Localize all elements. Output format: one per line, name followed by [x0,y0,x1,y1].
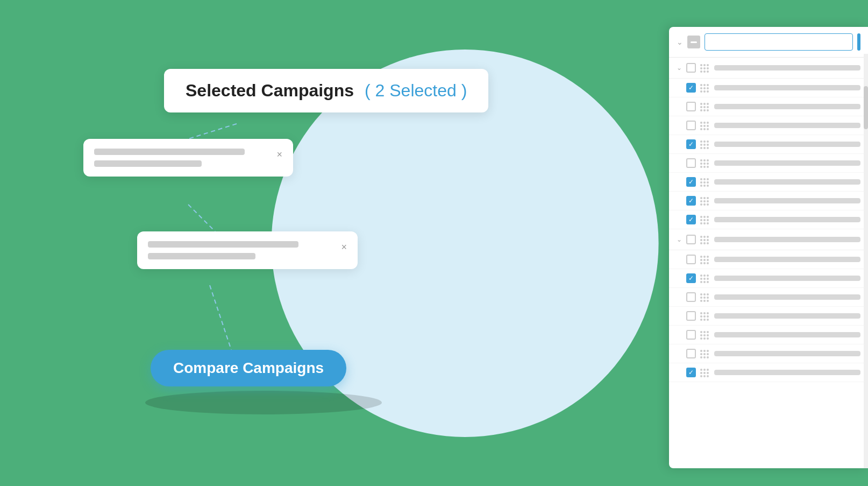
group-2-checkbox[interactable] [686,235,696,244]
row-text [714,313,860,319]
table-row [669,192,868,210]
card-1-line-2 [94,160,202,167]
card-2-close-button[interactable]: × [341,242,347,252]
svg-line-2 [210,285,231,350]
row-checkbox[interactable] [686,121,696,130]
row-checkbox[interactable] [686,158,696,168]
card-2-line-2 [148,253,255,259]
row-drag-icon [700,140,710,148]
row-drag-icon [700,197,710,205]
scrollbar-track [864,54,868,468]
table-row [669,135,868,154]
row-text [714,217,860,222]
row-text [714,257,860,262]
table-row [669,363,868,382]
card-1-line-1 [94,149,245,155]
svg-rect-4 [691,41,697,43]
group-1-header: ⌄ [669,58,868,79]
table-row [669,344,868,363]
card-2-line-1 [148,241,298,248]
row-checkbox[interactable] [686,177,696,187]
svg-line-1 [188,205,215,231]
row-text [714,85,860,90]
compare-campaigns-button[interactable]: Compare Campaigns [151,350,346,386]
row-text [714,142,860,147]
row-drag-icon [700,216,710,223]
row-text [714,160,860,166]
card-1-close-button[interactable]: × [276,150,282,159]
row-text [714,276,860,281]
table-row [669,116,868,135]
group-1-chevron-icon[interactable]: ⌄ [677,64,682,72]
panel-minus-icon[interactable] [687,36,700,48]
table-row [669,269,868,288]
row-checkbox[interactable] [686,368,696,377]
row-drag-icon [700,256,710,263]
card-1-lines [94,149,245,167]
row-checkbox[interactable] [686,273,696,283]
group-2-header: ⌄ [669,229,868,250]
row-drag-icon [700,103,710,110]
selected-campaigns-title: Selected Campaigns [186,81,354,101]
row-text [714,294,860,300]
row-checkbox[interactable] [686,292,696,302]
scene: Selected Campaigns ( 2 Selected ) × × Co… [0,0,868,486]
campaign-card-1: × [83,139,293,177]
table-row [669,288,868,307]
svg-point-3 [145,391,382,414]
row-checkbox[interactable] [686,83,696,93]
content-area: Selected Campaigns ( 2 Selected ) × × Co… [0,0,868,486]
row-text [714,104,860,109]
row-text [714,179,860,185]
table-row [669,79,868,97]
row-drag-icon [700,312,710,320]
row-checkbox[interactable] [686,139,696,149]
row-checkbox[interactable] [686,215,696,224]
row-drag-icon [700,159,710,167]
row-text [714,332,860,337]
card-2-lines [148,241,298,259]
row-drag-icon [700,331,710,339]
group-2-chevron-icon[interactable]: ⌄ [677,236,682,243]
row-checkbox[interactable] [686,311,696,321]
search-input[interactable] [705,33,853,51]
row-checkbox[interactable] [686,102,696,111]
row-drag-icon [700,293,710,301]
table-row [669,97,868,116]
table-row [669,250,868,269]
scroll-indicator [857,33,860,51]
table-row [669,173,868,192]
row-drag-icon [700,122,710,129]
group-2-text [714,237,860,242]
panel-chevron-icon[interactable]: ⌄ [677,38,683,46]
group-1-text [714,65,860,71]
row-checkbox[interactable] [686,255,696,264]
table-row [669,154,868,173]
row-text [714,351,860,356]
table-row [669,210,868,229]
row-text [714,198,860,203]
group-1-checkbox[interactable] [686,63,696,73]
row-drag-icon [700,84,710,91]
group-1-drag-icon [700,64,710,72]
row-checkbox[interactable] [686,196,696,206]
table-row [669,326,868,344]
selected-campaigns-tooltip: Selected Campaigns ( 2 Selected ) [164,69,488,112]
selected-campaigns-count: ( 2 Selected ) [365,81,467,101]
campaign-card-2: × [137,231,358,269]
row-drag-icon [700,178,710,186]
row-drag-icon [700,274,710,282]
row-checkbox[interactable] [686,349,696,358]
table-panel: ⌄ ⌄ [669,27,868,468]
row-drag-icon [700,369,710,376]
row-text [714,370,860,375]
row-checkbox[interactable] [686,330,696,340]
scrollbar-thumb[interactable] [864,86,868,129]
panel-header: ⌄ [669,27,868,58]
table-row [669,307,868,326]
svg-line-0 [188,124,237,139]
row-drag-icon [700,350,710,357]
row-text [714,123,860,128]
group-2-drag-icon [700,236,710,243]
